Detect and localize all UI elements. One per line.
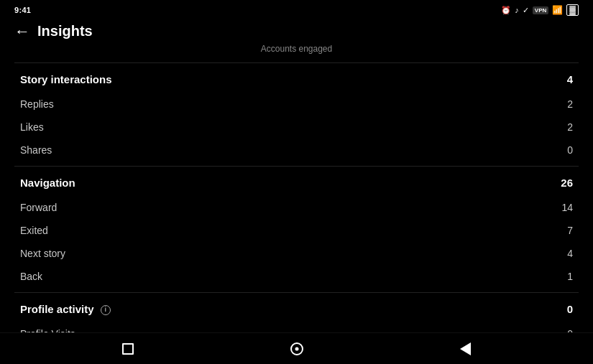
section-value-story: 4 <box>567 73 573 85</box>
square-icon <box>122 343 134 355</box>
label-back: Back <box>20 271 42 282</box>
music-icon: ♪ <box>515 6 519 14</box>
info-icon[interactable]: i <box>101 305 111 315</box>
row-profile-visits: Profile Visits 0 <box>20 322 573 332</box>
row-next-story: Next story 4 <box>20 242 573 265</box>
check-icon: ✓ <box>523 6 529 15</box>
row-replies: Replies 2 <box>20 93 573 116</box>
home-button[interactable] <box>289 341 305 357</box>
signal-icon: 📶 <box>552 5 563 15</box>
value-back: 1 <box>567 271 573 282</box>
section-profile-activity: Profile activity i 0 Profile Visits 0 Fo… <box>0 293 593 332</box>
value-likes: 2 <box>567 121 573 133</box>
back-nav-button[interactable] <box>458 341 474 357</box>
vpn-badge: VPN <box>533 6 548 14</box>
bottom-navigation <box>0 332 593 364</box>
status-icons: ⏰ ♪ ✓ VPN 📶 ▓ <box>501 4 579 16</box>
value-next-story: 4 <box>567 248 573 259</box>
section-header-story: Story interactions 4 <box>20 73 573 85</box>
section-title-story: Story interactions <box>20 73 112 85</box>
section-title-nav: Navigation <box>20 177 75 189</box>
value-exited: 7 <box>567 225 573 236</box>
circle-dot-icon <box>290 342 303 355</box>
value-shares: 0 <box>567 144 573 156</box>
square-button[interactable] <box>120 341 136 357</box>
section-story-interactions: Story interactions 4 Replies 2 Likes 2 S… <box>0 63 593 166</box>
section-header-nav: Navigation 26 <box>20 177 573 189</box>
row-back: Back 1 <box>20 265 573 288</box>
section-title-profile: Profile activity i <box>20 303 111 315</box>
row-forward: Forward 14 <box>20 196 573 219</box>
alarm-icon: ⏰ <box>501 6 511 15</box>
row-exited: Exited 7 <box>20 219 573 242</box>
section-value-profile: 0 <box>567 303 573 315</box>
section-header-profile: Profile activity i 0 <box>20 303 573 315</box>
label-shares: Shares <box>20 144 52 156</box>
section-value-nav: 26 <box>561 177 573 189</box>
row-shares: Shares 0 <box>20 139 573 162</box>
value-replies: 2 <box>567 98 573 110</box>
label-likes: Likes <box>20 121 44 133</box>
status-bar: 9:41 ⏰ ♪ ✓ VPN 📶 ▓ <box>0 0 593 17</box>
label-next-story: Next story <box>20 248 65 259</box>
back-button[interactable]: ← <box>14 24 30 39</box>
triangle-icon <box>460 342 471 355</box>
label-forward: Forward <box>20 202 57 213</box>
page-header: ← Insights <box>0 17 593 42</box>
main-content: 9:41 ⏰ ♪ ✓ VPN 📶 ▓ ← Insights Accounts e… <box>0 0 593 332</box>
label-replies: Replies <box>20 98 54 110</box>
battery-icon: ▓ <box>566 4 579 16</box>
status-time: 9:41 <box>14 6 31 14</box>
value-forward: 14 <box>561 202 573 213</box>
label-exited: Exited <box>20 225 48 236</box>
section-navigation: Navigation 26 Forward 14 Exited 7 Next s… <box>0 167 593 292</box>
page-title: Insights <box>37 23 93 39</box>
header-subtitle: Accounts engaged <box>0 42 593 62</box>
row-likes: Likes 2 <box>20 116 573 139</box>
